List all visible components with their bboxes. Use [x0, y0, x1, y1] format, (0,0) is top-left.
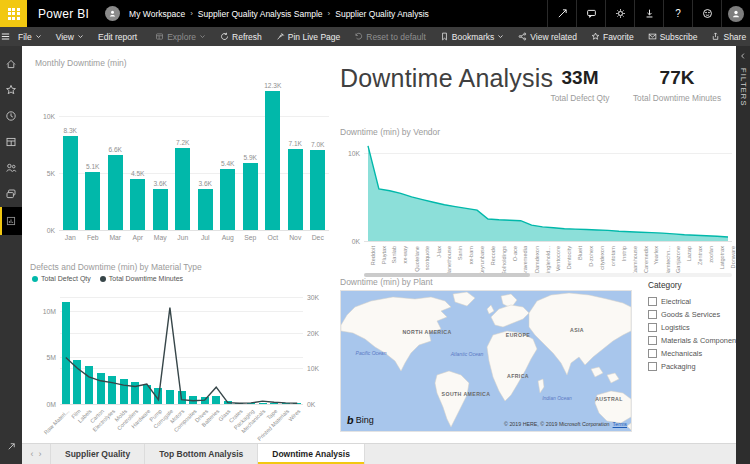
slicer-option-goods-services[interactable]: Goods & Services: [648, 308, 736, 321]
vendor-area-series[interactable]: [364, 144, 732, 241]
bar-oct[interactable]: 12.3KOct: [262, 82, 285, 230]
slicer-option-mechanicals[interactable]: Mechanicals: [648, 347, 736, 360]
checkbox-icon[interactable]: [648, 297, 657, 306]
help-icon[interactable]: ?: [663, 0, 692, 27]
bar-aug[interactable]: 5.4KAug: [217, 82, 240, 230]
vendor-axis-label: Gravemedia: [523, 246, 529, 276]
bar[interactable]: [220, 169, 235, 230]
powerbi-app: Power BI My Workspace › Supplier Quality…: [0, 0, 750, 464]
visual-downtime-by-vendor[interactable]: Downtime (min) by Vendor 0K10K ReddoitPl…: [340, 127, 732, 277]
bar-apr[interactable]: 4.5KApr: [127, 82, 150, 230]
breadcrumb-workspace[interactable]: My Workspace: [127, 9, 187, 19]
menu-refresh[interactable]: Refresh: [213, 27, 269, 46]
sidebar-apps-icon[interactable]: [0, 129, 22, 155]
tab-scroll-left-icon[interactable]: ‹: [31, 449, 34, 459]
slicer-option-electrical[interactable]: Electrical: [648, 295, 736, 308]
bar[interactable]: [175, 148, 190, 230]
sidebar-home-icon[interactable]: [0, 51, 22, 77]
bing-map[interactable]: NORTH AMERICA EUROPE ASIA AFRICA SOUTH A…: [340, 290, 632, 432]
bookmark-icon: [440, 32, 449, 41]
hamburger-menu-icon[interactable]: [0, 31, 11, 42]
category-slicer[interactable]: Category ElectricalGoods & ServicesLogis…: [648, 280, 736, 373]
legend-total-downtime-minutes[interactable]: Total Downtime Minutes: [100, 275, 183, 282]
bar[interactable]: [108, 155, 123, 230]
settings-gear-icon[interactable]: [605, 0, 634, 27]
sidebar-favorites-icon[interactable]: [0, 77, 22, 103]
menu-view-related[interactable]: View related: [511, 27, 584, 46]
legend-total-defect-qty[interactable]: Total Defect Qty: [32, 275, 91, 282]
vendor-axis-label: scotquote: [425, 246, 431, 270]
comments-icon[interactable]: [576, 0, 605, 27]
map-label-north-america: NORTH AMERICA: [402, 329, 451, 335]
axis-tick-label: 10K: [348, 149, 360, 156]
bar-jun[interactable]: 7.2KJun: [172, 82, 195, 230]
bar[interactable]: [265, 91, 280, 230]
download-icon[interactable]: [634, 0, 663, 27]
profile-avatar[interactable]: [721, 0, 750, 27]
breadcrumb-app[interactable]: Supplier Quality Analysis Sample: [196, 9, 325, 19]
vendor-axis-label: Blueit: [577, 246, 583, 260]
page-tab-supplier-quality[interactable]: Supplier Quality: [50, 444, 145, 464]
checkbox-icon[interactable]: [648, 323, 657, 332]
page-tab-downtime-analysis[interactable]: Downtime Analysis: [258, 444, 365, 464]
bar[interactable]: [153, 189, 168, 230]
slicer-option-logistics[interactable]: Logistics: [648, 321, 736, 334]
breadcrumb-report[interactable]: Supplier Quality Analysis: [333, 9, 431, 19]
bar-jan[interactable]: 8.3KJan: [59, 82, 82, 230]
chevron-down-icon: [199, 33, 206, 40]
sidebar-recent-icon[interactable]: [0, 103, 22, 129]
menu-subscribe[interactable]: Subscribe: [641, 27, 705, 46]
checkbox-icon[interactable]: [648, 310, 657, 319]
kpi-total-downtime-minutes[interactable]: 77K Total Downtime Minutes: [622, 67, 732, 103]
bar[interactable]: [130, 179, 145, 230]
visual-defects-downtime-by-material[interactable]: Defects and Downtime (min) by Material T…: [30, 262, 334, 448]
bing-logo[interactable]: b Bing: [347, 414, 374, 426]
menu-edit-report[interactable]: Edit report: [91, 27, 144, 46]
map-label-pacific-ocean: Pacific Ocean: [356, 350, 387, 356]
workspace-avatar[interactable]: [105, 6, 120, 21]
sidebar-expand-icon[interactable]: [0, 433, 22, 459]
downtime-line-series[interactable]: [60, 297, 303, 404]
menu-explore[interactable]: Explore: [148, 27, 213, 46]
menu-bookmarks[interactable]: Bookmarks: [433, 27, 512, 46]
bar-sep[interactable]: 5.9KSep: [239, 82, 262, 230]
slicer-option-packaging[interactable]: Packaging: [648, 360, 736, 373]
bar[interactable]: [85, 172, 100, 230]
bar[interactable]: [243, 163, 258, 230]
menu-share[interactable]: Share: [704, 27, 750, 46]
map-terms-link[interactable]: Terms: [613, 421, 627, 427]
app-launcher-waffle-icon[interactable]: [0, 0, 27, 27]
bar-mar[interactable]: 6.6KMar: [104, 82, 127, 230]
bar[interactable]: [288, 149, 303, 230]
menu-pin-live-page[interactable]: Pin Live Page: [269, 27, 347, 46]
bar-may[interactable]: 3.6KMay: [149, 82, 172, 230]
visual-downtime-by-plant-map[interactable]: Downtime (min) by Plant: [340, 277, 632, 443]
sidebar-workspaces-icon[interactable]: [0, 181, 22, 207]
checkbox-icon[interactable]: [648, 362, 657, 371]
checkbox-icon[interactable]: [648, 349, 657, 358]
vendor-axis-label: Zaamhouse: [632, 246, 638, 276]
bar-nov[interactable]: 7.1KNov: [284, 82, 307, 230]
filters-panel-collapsed[interactable]: FILTERS: [736, 46, 750, 464]
menu-view[interactable]: View: [49, 27, 91, 46]
sidebar-shared-with-me-icon[interactable]: [0, 155, 22, 181]
fullscreen-icon[interactable]: [547, 0, 576, 27]
bar[interactable]: [198, 189, 213, 230]
kpi-total-defect-qty[interactable]: 33M Total Defect Qty: [532, 67, 628, 103]
slicer-option-materials-components[interactable]: Materials & Components: [648, 334, 736, 347]
bar-jul[interactable]: 3.6KJul: [194, 82, 217, 230]
bar[interactable]: [63, 136, 78, 230]
bar[interactable]: [310, 150, 325, 230]
menu-favorite[interactable]: Favorite: [584, 27, 641, 46]
menu-reset-to-default[interactable]: Reset to default: [347, 27, 433, 46]
checkbox-icon[interactable]: [648, 336, 657, 345]
bar-feb[interactable]: 5.1KFeb: [82, 82, 105, 230]
sidebar-my-workspace-selected[interactable]: [0, 207, 22, 235]
bar-dec[interactable]: 7.0KDec: [307, 82, 330, 230]
feedback-smiley-icon[interactable]: [692, 0, 721, 27]
page-tab-top-bottom-analysis[interactable]: Top Bottom Analysis: [145, 444, 258, 464]
visual-monthly-downtime[interactable]: Monthly Downtime (min) 0K5K10K8.3KJan5.1…: [35, 58, 331, 256]
tab-scroll-right-icon[interactable]: ›: [39, 449, 42, 459]
menu-file[interactable]: File: [11, 27, 49, 46]
header-icon-bar: ?: [547, 0, 750, 27]
